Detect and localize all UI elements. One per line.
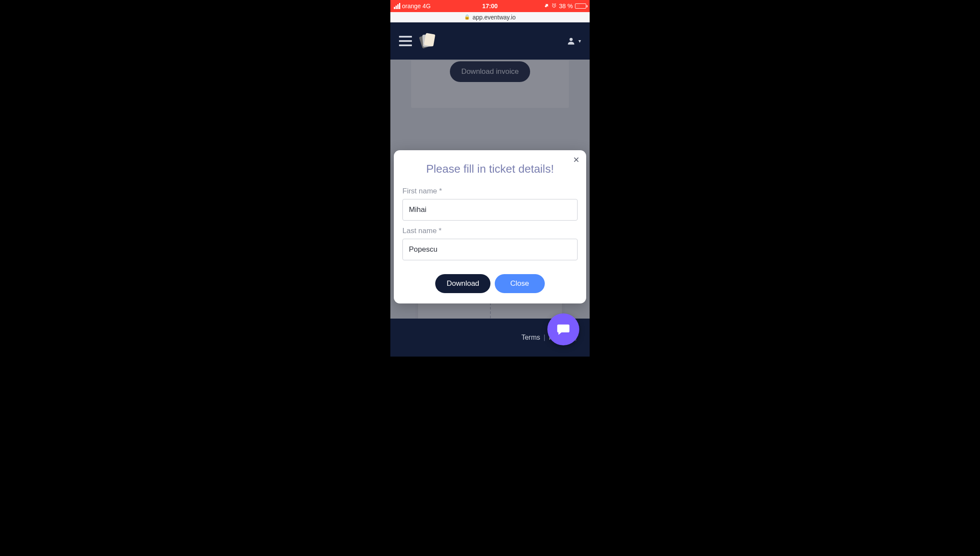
- browser-address-bar[interactable]: 🔒 app.eventway.io: [390, 12, 590, 22]
- app-main: Download invoice 2 Early × Please fill i…: [390, 60, 590, 357]
- alarm-icon: [551, 3, 557, 9]
- footer-separator: |: [543, 334, 545, 341]
- app-header: ▾: [390, 22, 590, 60]
- svg-point-1: [569, 38, 572, 41]
- battery-icon: [575, 3, 586, 9]
- ticket-details-modal: × Please fill in ticket details! First n…: [394, 150, 586, 303]
- video-frame: orange 4G 17:00 38 % 🔒 app.eventway.io: [0, 0, 980, 556]
- last-name-input[interactable]: [402, 239, 578, 260]
- user-icon: [566, 36, 576, 46]
- chat-icon: [556, 322, 571, 337]
- app-logo[interactable]: [421, 34, 435, 48]
- close-button[interactable]: Close: [495, 274, 544, 293]
- url-label: app.eventway.io: [472, 14, 515, 21]
- last-name-label: Last name *: [402, 227, 578, 235]
- footer-terms-link[interactable]: Terms: [521, 334, 540, 341]
- signal-icon: [394, 3, 400, 9]
- modal-button-row: Download Close: [402, 274, 578, 293]
- download-button[interactable]: Download: [435, 274, 490, 293]
- phone-viewport: orange 4G 17:00 38 % 🔒 app.eventway.io: [390, 0, 590, 357]
- modal-title: Please fill in ticket details!: [402, 162, 578, 176]
- user-menu[interactable]: ▾: [566, 36, 581, 46]
- network-label: 4G: [423, 3, 431, 9]
- location-icon: [544, 3, 549, 9]
- ios-status-bar: orange 4G 17:00 38 %: [390, 0, 590, 12]
- first-name-label: First name *: [402, 187, 578, 196]
- clock-label: 17:00: [482, 3, 498, 9]
- lock-icon: 🔒: [464, 14, 470, 20]
- battery-pct-label: 38 %: [559, 3, 573, 9]
- chevron-down-icon: ▾: [578, 38, 581, 44]
- carrier-label: orange: [402, 3, 421, 9]
- status-right: 38 %: [544, 3, 586, 9]
- first-name-input[interactable]: [402, 199, 578, 221]
- close-icon[interactable]: ×: [573, 155, 579, 165]
- hamburger-icon[interactable]: [399, 36, 412, 46]
- status-left: orange 4G: [394, 3, 430, 9]
- chat-fab[interactable]: [547, 313, 579, 345]
